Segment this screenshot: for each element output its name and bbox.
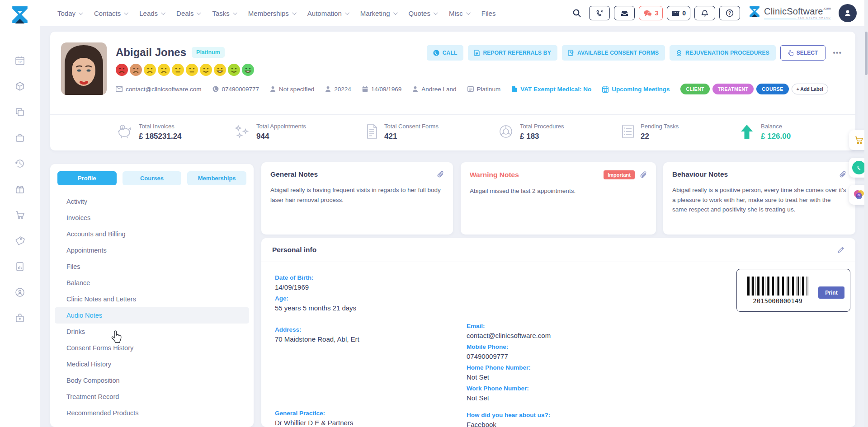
available-consent-forms-button[interactable]: AVAILABLE CONSENT FORMS (562, 45, 665, 61)
profile-menu-item[interactable]: Invoices (55, 210, 249, 226)
mood-emoji[interactable] (116, 64, 128, 76)
topnav-item[interactable]: Automation (307, 9, 348, 17)
mood-emoji[interactable] (130, 64, 142, 76)
mood-emoji[interactable] (144, 64, 156, 76)
mood-emoji[interactable] (242, 64, 254, 76)
barcode-number: 2015000000149 (741, 297, 814, 305)
stat-total-procedures: Total Procedures£ 183 (498, 123, 564, 141)
shop-button[interactable]: 0 (667, 6, 690, 20)
support-icon[interactable] (14, 287, 25, 298)
paperclip-icon[interactable] (640, 171, 647, 178)
phone-icon (212, 86, 219, 92)
rejuvenation-procedures-button[interactable]: REJUVENATION PROCEDURES (670, 45, 776, 61)
report-icon[interactable] (14, 261, 25, 272)
panel-tab[interactable]: Courses (123, 171, 182, 185)
scrollbar-thumb[interactable] (865, 32, 868, 75)
calendar-icon[interactable]: 12 (14, 55, 25, 66)
field-date-of-birth: Date of Birth:14/09/1969 (275, 274, 359, 291)
chevron-down-icon (197, 10, 201, 15)
client-tag[interactable]: CLIENT (680, 84, 709, 94)
package-icon[interactable] (14, 81, 25, 92)
profile-menu-item[interactable]: Treatment Record (55, 389, 249, 405)
topnav-item[interactable]: Deals (176, 9, 200, 17)
contact-chip[interactable]: Platinum (467, 86, 501, 93)
profile-menu-item[interactable]: Accounts and Billing (55, 226, 249, 242)
panel-tab[interactable]: Memberships (187, 171, 246, 185)
copy-icon[interactable] (14, 107, 25, 117)
topnav-item[interactable]: Quotes (409, 9, 437, 17)
brand-logo[interactable]: ClinicSoftware.com TEN STEPS AHEAD (748, 5, 831, 21)
important-badge: Important (604, 170, 635, 179)
ribbon-icon (676, 50, 682, 56)
chat-button[interactable]: 3 (639, 6, 663, 20)
mood-emoji[interactable] (186, 64, 198, 76)
brand-name: ClinicSoftware (764, 6, 823, 16)
more-options-button[interactable]: ••• (830, 47, 844, 59)
call-button[interactable]: CALL (427, 45, 464, 61)
contact-chip[interactable]: 14/09/1969 (362, 86, 402, 93)
dialer-button[interactable] (589, 6, 610, 20)
upcoming-meetings-link[interactable]: 12 Upcoming Meetings (602, 86, 670, 93)
profile-menu-item[interactable]: Medical History (55, 356, 249, 372)
topnav-item[interactable]: Contacts (94, 9, 127, 17)
mood-emoji[interactable] (228, 64, 240, 76)
contact-chip[interactable]: contact@clinicsoftware.com (116, 86, 202, 93)
user-menu-button[interactable] (839, 4, 857, 22)
add-label-button[interactable]: + Add Label (792, 84, 828, 94)
profile-menu-item[interactable]: Clinic Notes and Letters (55, 291, 249, 307)
topnav-item[interactable]: Tasks (212, 9, 236, 17)
notifications-button[interactable] (694, 6, 715, 20)
sidebar-logo[interactable] (9, 5, 31, 30)
search-icon[interactable] (572, 9, 581, 18)
paperclip-icon[interactable] (840, 171, 846, 178)
profile-menu-item[interactable]: Appointments (55, 242, 249, 258)
contact-chip-label: Not specified (279, 86, 314, 93)
mood-emoji[interactable] (172, 64, 184, 76)
client-tag[interactable]: TREATMENT (712, 84, 754, 94)
mood-emoji[interactable] (158, 64, 170, 76)
topnav-item[interactable]: Marketing (360, 9, 396, 17)
contact-chip[interactable]: 07490009777 (212, 86, 259, 93)
svg-text:?: ? (728, 11, 731, 16)
bag-icon[interactable] (14, 132, 25, 143)
mood-emoji[interactable] (214, 64, 226, 76)
history-icon[interactable] (14, 158, 25, 169)
paperclip-icon[interactable] (437, 171, 444, 178)
print-button[interactable]: Print (818, 286, 844, 299)
profile-menu-item[interactable]: Balance (55, 275, 249, 291)
profile-menu-item[interactable]: Files (55, 258, 249, 275)
contact-chip[interactable]: Andree Land (412, 86, 456, 93)
topnav-item[interactable]: Leads (139, 9, 164, 17)
panel-tab[interactable]: Profile (57, 171, 117, 185)
profile-panel: ProfileCoursesMemberships ActivityInvoic… (50, 164, 254, 427)
profile-menu-item[interactable]: Audio Notes (55, 307, 249, 324)
profile-menu-item[interactable]: Drinks (55, 324, 249, 340)
profile-menu-item[interactable]: Consent Forms History (55, 340, 249, 356)
vat-exempt-link[interactable]: VAT Exempt Medical: No (511, 86, 591, 93)
cart-icon[interactable] (14, 210, 25, 221)
topnav-item[interactable]: Memberships (248, 9, 295, 17)
gift-icon[interactable] (14, 184, 25, 195)
shop-icon (671, 9, 680, 17)
help-button[interactable]: ? (719, 6, 740, 20)
profile-menu-item[interactable]: Recommended Products (55, 405, 249, 421)
mood-emoji[interactable] (200, 64, 212, 76)
contact-chip[interactable]: 20224 (325, 86, 351, 93)
tag-icon[interactable] (14, 235, 25, 246)
edit-pencil-icon[interactable] (837, 246, 844, 253)
client-photo[interactable] (61, 42, 107, 95)
chevron-down-icon (124, 10, 128, 15)
client-tag[interactable]: COURSE (756, 84, 788, 94)
contact-chip[interactable]: Not specified (270, 86, 314, 93)
report-referrals-button[interactable]: REPORT REFERRALS BY (468, 45, 557, 61)
profile-menu-item[interactable]: Body Composition (55, 372, 249, 389)
case-icon[interactable] (14, 313, 25, 324)
select-button[interactable]: SELECT (780, 45, 826, 61)
topnav-item[interactable]: Files (481, 9, 496, 17)
page-scrollbar[interactable] (864, 0, 868, 427)
inbox-button[interactable] (614, 6, 635, 20)
topnav-item[interactable]: Today (57, 9, 82, 17)
profile-menu-item[interactable]: Activity (55, 193, 249, 210)
client-tags: CLIENTTREATMENTCOURSE + Add Label (680, 84, 828, 94)
topnav-item[interactable]: Misc (449, 9, 469, 17)
